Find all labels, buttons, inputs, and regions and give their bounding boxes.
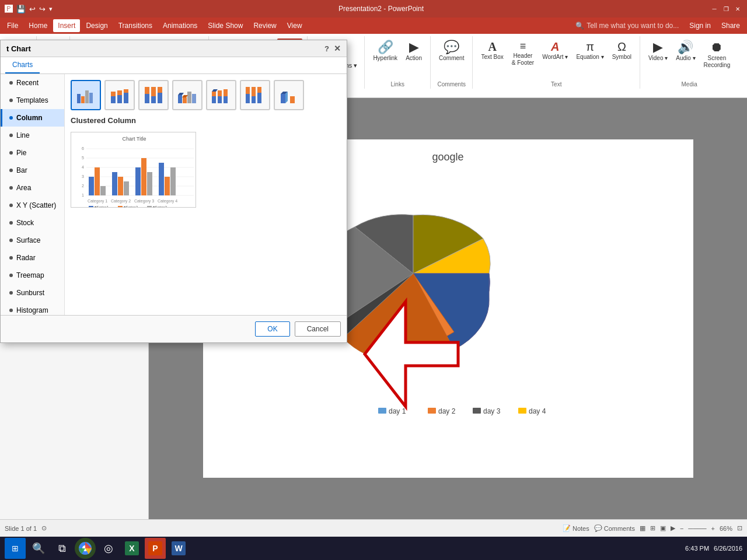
comments-group-label: Comments — [438, 81, 466, 89]
chart-type-bar[interactable]: Bar — [1, 162, 64, 179]
bar-dot — [9, 169, 13, 172]
menu-item-animations[interactable]: Animations — [158, 19, 202, 32]
word-button[interactable]: W — [168, 538, 189, 559]
zoom-out-button[interactable]: − — [680, 525, 683, 532]
svg-text:X: X — [129, 544, 135, 553]
chart-variants-area: Clustered Column Chart Title 6 5 4 3 2 1 — [65, 74, 347, 315]
menu-item-review[interactable]: Review — [249, 19, 281, 32]
selected-variant-label: Clustered Column — [71, 116, 341, 125]
variant-3d-100pct[interactable] — [240, 80, 270, 110]
variant-100pct-stacked[interactable] — [138, 80, 169, 110]
chart-type-column[interactable]: Column — [1, 109, 64, 127]
redo-icon[interactable]: ↪ — [39, 5, 46, 13]
svg-text:3: 3 — [82, 174, 84, 178]
header-footer-button[interactable]: ≡ Header& Footer — [508, 38, 537, 69]
equation-button[interactable]: π Equation ▾ — [573, 38, 607, 63]
svg-rect-36 — [183, 97, 187, 103]
dialog-cancel-button[interactable]: Cancel — [295, 321, 341, 337]
view-normal-button[interactable]: ▦ — [640, 524, 645, 532]
variant-3d-stacked[interactable] — [206, 80, 236, 110]
svg-rect-26 — [117, 90, 122, 95]
undo-icon[interactable]: ↩ — [29, 5, 36, 13]
chart-type-pie[interactable]: Pie — [1, 144, 64, 162]
menu-item-design[interactable]: Design — [81, 19, 112, 32]
symbol-button[interactable]: Ω Symbol — [609, 38, 635, 63]
ribbon-search[interactable]: Tell me what you want to do... — [587, 22, 679, 30]
variant-3d-column[interactable] — [274, 80, 304, 110]
screen-recording-button[interactable]: ⏺ ScreenRecording — [700, 38, 734, 71]
chart-type-histogram[interactable]: Histogram — [1, 302, 64, 315]
svg-rect-89 — [118, 206, 123, 208]
chart-type-treemap[interactable]: Treemap — [1, 267, 64, 284]
recent-dot — [9, 81, 13, 85]
svg-rect-49 — [246, 87, 250, 94]
chart-type-surface[interactable]: Surface — [1, 232, 64, 249]
notes-button[interactable]: 📝 Notes — [563, 524, 589, 532]
menu-item-insert[interactable]: Insert — [53, 19, 80, 32]
chart-type-sunburst[interactable]: Sunburst — [1, 284, 64, 302]
variant-clustered-column[interactable] — [71, 80, 101, 110]
svg-rect-34 — [158, 87, 162, 93]
customize-icon[interactable]: ▾ — [49, 5, 53, 13]
wordart-icon: A — [551, 41, 559, 52]
menu-item-transitions[interactable]: Transitions — [114, 19, 157, 32]
dialog-help-button[interactable]: ? — [324, 44, 329, 53]
screen-recording-icon: ⏺ — [710, 41, 723, 54]
svg-rect-35 — [178, 95, 182, 103]
chart-type-area[interactable]: Area — [1, 179, 64, 197]
sign-in-button[interactable]: Sign in — [685, 19, 715, 32]
menu-item-home[interactable]: Home — [24, 19, 52, 32]
audio-button[interactable]: 🔊 Audio ▾ — [672, 38, 699, 64]
close-button[interactable]: ✕ — [733, 4, 742, 13]
svg-marker-47 — [212, 89, 218, 92]
view-slide-sorter-button[interactable]: ⊞ — [650, 524, 655, 532]
save-icon[interactable]: 💾 — [16, 5, 26, 13]
status-left: Slide 1 of 1 ⊙ — [5, 524, 47, 532]
menu-item-slideshow[interactable]: Slide Show — [203, 19, 247, 32]
search-button[interactable]: 🔍 — [28, 538, 49, 559]
histogram-label: Histogram — [16, 306, 48, 314]
menu-item-view[interactable]: View — [282, 19, 307, 32]
zoom-in-button[interactable]: + — [711, 525, 715, 532]
variant-3d-clustered-column[interactable] — [172, 80, 203, 110]
chart-type-recent[interactable]: Recent — [1, 74, 64, 92]
accessibility-icon[interactable]: ⊙ — [41, 524, 47, 532]
restore-button[interactable]: ❐ — [721, 4, 731, 13]
dialog-close-button[interactable]: ✕ — [334, 44, 341, 53]
tab-all-charts[interactable]: Charts — [5, 57, 40, 74]
zoom-slider[interactable]: ──── — [688, 525, 706, 532]
xy-label: X Y (Scatter) — [16, 201, 56, 209]
action-button[interactable]: ▶ Action — [402, 38, 425, 64]
menu-item-file[interactable]: File — [2, 19, 23, 32]
chart-type-line[interactable]: Line — [1, 127, 64, 144]
hyperlink-button[interactable]: 🔗 Hyperlink — [369, 38, 401, 64]
chart-type-radar[interactable]: Radar — [1, 249, 64, 267]
comments-button[interactable]: 💬 Comments — [594, 524, 635, 532]
comment-button[interactable]: 💬 Comment — [435, 38, 467, 64]
variant-stacked-column[interactable] — [104, 80, 135, 110]
powerpoint-button[interactable]: P — [145, 538, 166, 559]
minimize-button[interactable]: ─ — [710, 4, 719, 13]
chrome-button[interactable] — [75, 538, 96, 559]
share-button[interactable]: Share — [717, 19, 745, 32]
chart-type-templates[interactable]: Templates — [1, 92, 64, 109]
word-icon: W — [172, 541, 186, 555]
view-slideshow-button[interactable]: ▶ — [671, 524, 675, 532]
textbox-button[interactable]: A Text Box — [477, 38, 507, 63]
dialog-ok-button[interactable]: OK — [255, 321, 289, 337]
radar-dot — [9, 256, 13, 260]
clock-date: 6/26/2016 — [714, 545, 742, 552]
title-bar-controls: ─ ❐ ✕ — [710, 4, 742, 13]
video-button[interactable]: ▶ Video ▾ — [645, 38, 671, 64]
view-reading-button[interactable]: ▣ — [660, 524, 666, 532]
stock-dot — [9, 221, 13, 225]
start-button[interactable]: ⊞ — [5, 538, 26, 559]
chart-type-xy-scatter[interactable]: X Y (Scatter) — [1, 197, 64, 214]
task-view-button[interactable]: ⧉ — [51, 538, 72, 559]
wordart-button[interactable]: A WordArt ▾ — [539, 38, 571, 63]
chart-type-stock[interactable]: Stock — [1, 214, 64, 232]
cortana-button[interactable]: ◎ — [98, 538, 119, 559]
video-icon: ▶ — [653, 41, 663, 54]
fit-window-button[interactable]: ⊡ — [737, 524, 742, 532]
excel-button[interactable]: X — [121, 538, 142, 559]
